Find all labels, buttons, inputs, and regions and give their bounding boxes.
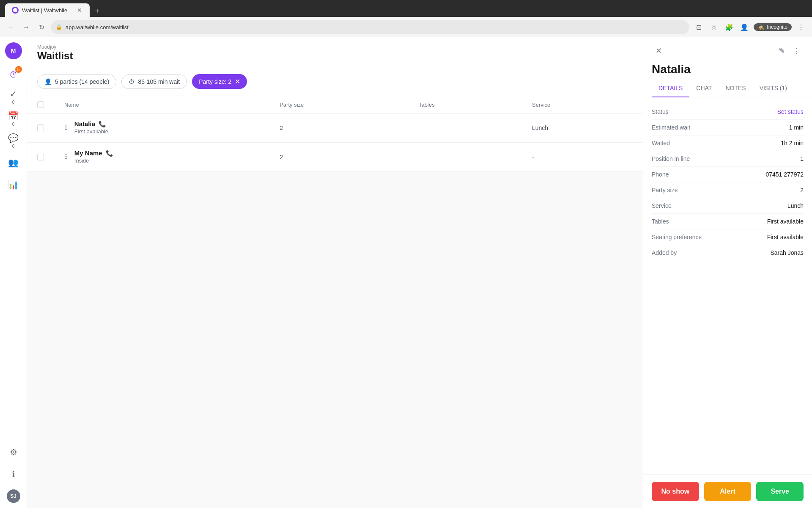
table-body: 1 Natalia 📞 First available 2 Lunch	[27, 113, 643, 172]
row-checkbox[interactable]	[37, 154, 44, 160]
detail-row: Estimated wait 1 min	[652, 120, 804, 135]
sidebar-item-settings[interactable]: ⚙	[3, 442, 24, 462]
no-show-button[interactable]: No show	[652, 482, 699, 501]
detail-row: Party size 2	[652, 182, 804, 198]
panel-more-button[interactable]: ⋮	[790, 44, 804, 58]
row-checkbox-cell	[27, 143, 54, 172]
party-size-value: 2	[280, 124, 283, 131]
detail-row: Waited 1h 2 min	[652, 135, 804, 151]
alert-button[interactable]: Alert	[704, 482, 752, 501]
sidebar-item-customers[interactable]: 👥	[3, 152, 24, 173]
party-size-clear-button[interactable]: ✕	[235, 77, 240, 86]
serve-button[interactable]: Serve	[756, 482, 804, 501]
menu-button[interactable]: ⋮	[795, 21, 807, 33]
phone-icon: 📞	[99, 121, 106, 127]
service-column-header: Service	[522, 96, 643, 113]
panel-tab-visits-1[interactable]: VISITS (1)	[753, 80, 794, 97]
row-name-cell: 1 Natalia 📞 First available	[54, 113, 269, 143]
browser-toolbar: ← → ↻ 🔒 app.waitwhile.com/waitlist ⊡ ☆ 🧩…	[0, 17, 812, 37]
app-avatar[interactable]: M	[5, 42, 22, 59]
forward-button[interactable]: →	[20, 21, 32, 33]
panel-content: Status Set status Estimated wait 1 min W…	[643, 97, 812, 475]
detail-row: Added by Sarah Jonas	[652, 245, 804, 260]
panel-header-actions: ✎ ⋮	[775, 44, 804, 58]
party-size-filter[interactable]: Party size: 2 ✕	[192, 74, 247, 89]
panel-footer: No show Alert Serve	[643, 475, 812, 508]
guest-subtitle: First available	[74, 128, 108, 135]
row-number: 1	[64, 124, 68, 131]
panel-close-button[interactable]: ✕	[652, 44, 665, 58]
detail-value: 1	[800, 155, 804, 162]
row-checkbox-cell	[27, 113, 54, 143]
detail-label: Tables	[652, 218, 669, 225]
detail-row: Service Lunch	[652, 198, 804, 214]
row-tables-cell	[409, 113, 522, 143]
detail-row: Seating preference First available	[652, 229, 804, 245]
detail-row: Status Set status	[652, 104, 804, 120]
detail-label: Added by	[652, 249, 677, 256]
table-header-row: Name Party size Tables Service	[27, 96, 643, 113]
active-tab[interactable]: Waitlist | Waitwhile ✕	[5, 3, 90, 17]
waitlist-table: Name Party size Tables Service 1 Natali	[27, 96, 643, 172]
detail-row: Position in line 1	[652, 151, 804, 167]
sidebar-item-served[interactable]: ✓ 0	[3, 86, 24, 107]
check-icon: ✓	[10, 89, 17, 99]
tables-column-header: Tables	[409, 96, 522, 113]
service-value: -	[532, 154, 534, 160]
select-all-checkbox[interactable]	[37, 101, 44, 108]
sidebar-item-appointments[interactable]: 📅 0	[3, 108, 24, 129]
name-column-header: Name	[54, 96, 269, 113]
sidebar-item-analytics[interactable]: 📊	[3, 174, 24, 195]
reload-button[interactable]: ↻	[36, 21, 47, 33]
address-bar[interactable]: 🔒 app.waitwhile.com/waitlist	[51, 20, 689, 34]
help-icon: ℹ	[12, 469, 15, 479]
tab-favicon	[12, 7, 19, 14]
customers-icon: 👥	[8, 157, 19, 168]
sidebar: M ⏱ 5 ✓ 0 📅 0 💬 0 👥 📊 ⚙ ℹ	[0, 37, 27, 508]
panel-tab-notes[interactable]: NOTES	[719, 80, 752, 97]
detail-label: Seating preference	[652, 234, 702, 240]
table-row[interactable]: 5 My Name 📞 Inside 2 -	[27, 143, 643, 172]
panel-tab-details[interactable]: DETAILS	[652, 80, 689, 97]
detail-label: Position in line	[652, 155, 690, 162]
party-size-column-header: Party size	[269, 96, 409, 113]
table-row[interactable]: 1 Natalia 📞 First available 2 Lunch	[27, 113, 643, 143]
detail-label: Estimated wait	[652, 124, 690, 131]
analytics-icon: 📊	[8, 179, 19, 190]
cast-icon[interactable]: ⊡	[693, 21, 705, 33]
profile-icon[interactable]: 👤	[738, 21, 750, 33]
row-checkbox[interactable]	[37, 124, 44, 131]
detail-label: Waited	[652, 140, 670, 146]
incognito-icon: 🕵	[758, 24, 764, 30]
incognito-badge: 🕵 Incognito	[754, 23, 792, 31]
panel-guest-name: Natalia	[643, 58, 812, 76]
wait-label: 85-105 min wait	[138, 78, 180, 85]
parties-label: 5 parties (14 people)	[55, 78, 109, 85]
sidebar-item-help[interactable]: ℹ	[3, 464, 24, 484]
sidebar-item-waitlist[interactable]: ⏱ 5	[3, 64, 24, 85]
settings-icon: ⚙	[10, 447, 17, 457]
new-tab-button[interactable]: +	[91, 5, 103, 17]
extensions-icon[interactable]: 🧩	[723, 21, 735, 33]
detail-value[interactable]: Set status	[777, 108, 804, 115]
panel-tabs: DETAILSCHATNOTESVISITS (1)	[643, 80, 812, 97]
detail-label: Status	[652, 108, 669, 115]
panel-tab-chat[interactable]: CHAT	[689, 80, 719, 97]
sidebar-item-chat[interactable]: 💬 0	[3, 130, 24, 151]
user-avatar[interactable]: SJ	[7, 489, 20, 503]
guest-subtitle: Inside	[74, 157, 113, 164]
chat-count: 0	[12, 144, 15, 149]
bookmark-icon[interactable]: ☆	[708, 21, 720, 33]
back-button[interactable]: ←	[5, 21, 17, 33]
tab-close-button[interactable]: ✕	[76, 7, 83, 14]
timer-icon: ⏱	[129, 78, 134, 85]
row-party-size-cell: 2	[269, 143, 409, 172]
panel-edit-button[interactable]: ✎	[775, 44, 788, 58]
service-value: Lunch	[532, 124, 548, 131]
wait-filter[interactable]: ⏱ 85-105 min wait	[121, 75, 187, 89]
detail-value: 2	[800, 187, 804, 193]
parties-filter[interactable]: 👤 5 parties (14 people)	[37, 75, 116, 89]
user-initials: SJ	[10, 493, 16, 499]
detail-value: 1h 2 min	[781, 140, 804, 146]
tab-title: Waitlist | Waitwhile	[22, 7, 73, 14]
